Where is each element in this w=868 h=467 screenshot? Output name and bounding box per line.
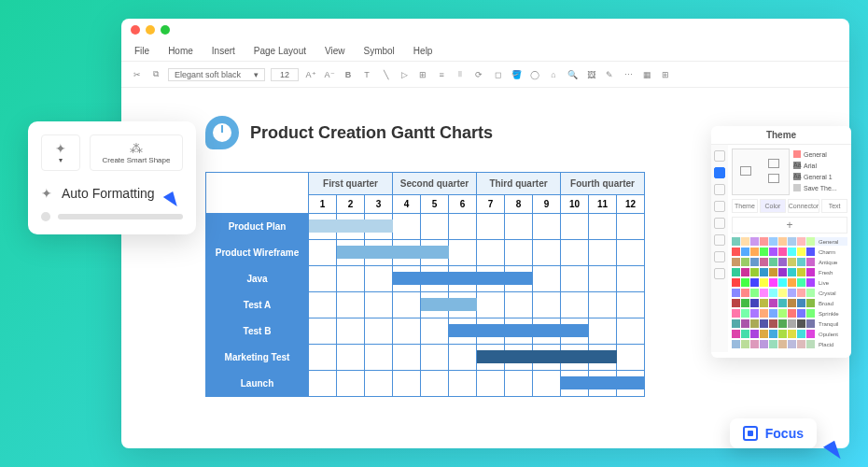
color-swatch[interactable] bbox=[760, 289, 768, 297]
color-swatch[interactable] bbox=[732, 319, 740, 328]
color-swatch[interactable] bbox=[769, 330, 777, 338]
color-swatch[interactable] bbox=[750, 330, 759, 338]
gantt-cell[interactable] bbox=[505, 371, 533, 397]
gantt-cell[interactable] bbox=[393, 266, 421, 292]
color-swatch[interactable] bbox=[741, 299, 749, 307]
copy-icon[interactable]: ⧉ bbox=[149, 68, 162, 81]
color-swatch[interactable] bbox=[732, 289, 740, 297]
gantt-cell[interactable] bbox=[505, 292, 533, 318]
color-swatch[interactable] bbox=[769, 268, 777, 276]
color-swatch[interactable] bbox=[732, 258, 740, 266]
tab-connector[interactable]: Connector bbox=[788, 199, 819, 213]
strip-icon[interactable] bbox=[714, 218, 725, 229]
color-swatch[interactable] bbox=[760, 248, 768, 256]
color-swatch[interactable] bbox=[778, 299, 787, 307]
font-family-select[interactable]: Elegant soft black▾ bbox=[168, 68, 265, 81]
color-swatch[interactable] bbox=[778, 319, 787, 328]
color-swatch[interactable] bbox=[750, 278, 759, 287]
color-swatch[interactable] bbox=[806, 309, 815, 318]
color-swatch[interactable] bbox=[760, 268, 768, 276]
pen-icon[interactable]: ✎ bbox=[603, 68, 616, 81]
color-swatch[interactable] bbox=[806, 289, 815, 297]
gantt-cell[interactable] bbox=[533, 240, 561, 266]
gantt-cell[interactable] bbox=[309, 240, 337, 266]
gantt-cell[interactable] bbox=[561, 240, 589, 266]
maximize-dot[interactable] bbox=[161, 25, 170, 35]
color-swatch[interactable] bbox=[732, 330, 740, 338]
gantt-cell[interactable] bbox=[617, 345, 645, 371]
color-swatch[interactable] bbox=[732, 268, 740, 276]
color-swatch[interactable] bbox=[741, 340, 749, 348]
gantt-cell[interactable] bbox=[533, 292, 561, 318]
gantt-cell[interactable] bbox=[589, 214, 617, 240]
color-swatch[interactable] bbox=[797, 309, 805, 318]
color-palette-row[interactable]: Charm bbox=[732, 248, 847, 256]
color-swatch[interactable] bbox=[750, 340, 759, 348]
gantt-cell[interactable] bbox=[365, 240, 393, 266]
gantt-cell[interactable] bbox=[337, 266, 365, 292]
gantt-cell[interactable] bbox=[309, 345, 337, 371]
color-swatch[interactable] bbox=[806, 299, 815, 307]
add-theme-button[interactable]: + bbox=[732, 217, 847, 234]
gantt-cell[interactable] bbox=[337, 292, 365, 318]
color-swatch[interactable] bbox=[778, 309, 787, 318]
color-palette-row[interactable]: Placid bbox=[732, 340, 847, 348]
close-dot[interactable] bbox=[131, 25, 140, 35]
grid-icon[interactable]: ⊞ bbox=[659, 68, 672, 81]
color-swatch[interactable] bbox=[750, 309, 759, 318]
gantt-cell[interactable] bbox=[533, 318, 561, 345]
color-swatch[interactable] bbox=[750, 268, 759, 276]
color-swatch[interactable] bbox=[788, 289, 796, 297]
gantt-cell[interactable] bbox=[393, 318, 421, 345]
gantt-cell[interactable] bbox=[365, 292, 393, 318]
gantt-cell[interactable] bbox=[617, 240, 645, 266]
color-swatch[interactable] bbox=[769, 289, 777, 297]
color-swatch[interactable] bbox=[750, 289, 759, 297]
gantt-cell[interactable] bbox=[477, 214, 505, 240]
gantt-cell[interactable] bbox=[309, 292, 337, 318]
font-size-select[interactable]: 12 bbox=[271, 68, 299, 81]
gantt-cell[interactable] bbox=[309, 266, 337, 292]
gantt-cell[interactable] bbox=[309, 371, 337, 397]
gantt-cell[interactable] bbox=[337, 345, 365, 371]
color-swatch[interactable] bbox=[806, 340, 815, 348]
color-swatch[interactable] bbox=[760, 309, 768, 318]
tab-text[interactable]: Text bbox=[821, 199, 847, 213]
color-swatch[interactable] bbox=[797, 237, 805, 246]
gantt-cell[interactable] bbox=[477, 240, 505, 266]
preset-item[interactable]: AaArial bbox=[793, 162, 844, 169]
gantt-cell[interactable] bbox=[589, 371, 617, 397]
gantt-cell[interactable] bbox=[477, 345, 505, 371]
color-swatch[interactable] bbox=[778, 248, 787, 256]
color-swatch[interactable] bbox=[788, 299, 796, 307]
color-swatch[interactable] bbox=[778, 340, 787, 348]
gantt-cell[interactable] bbox=[337, 371, 365, 397]
color-swatch[interactable] bbox=[778, 268, 787, 276]
color-swatch[interactable] bbox=[778, 278, 787, 287]
color-swatch[interactable] bbox=[797, 278, 805, 287]
color-swatch[interactable] bbox=[741, 309, 749, 318]
gantt-cell[interactable] bbox=[365, 266, 393, 292]
gantt-cell[interactable] bbox=[309, 214, 337, 240]
color-swatch[interactable] bbox=[778, 258, 787, 266]
gantt-cell[interactable] bbox=[449, 266, 477, 292]
gantt-cell[interactable] bbox=[393, 371, 421, 397]
gantt-cell[interactable] bbox=[393, 214, 421, 240]
gantt-cell[interactable] bbox=[561, 214, 589, 240]
color-swatch[interactable] bbox=[760, 319, 768, 328]
color-palette-row[interactable]: Opulent bbox=[732, 330, 847, 338]
color-palette-row[interactable]: General bbox=[732, 237, 847, 246]
gantt-cell[interactable] bbox=[449, 214, 477, 240]
gantt-cell[interactable] bbox=[421, 371, 449, 397]
gantt-cell[interactable] bbox=[421, 266, 449, 292]
color-swatch[interactable] bbox=[750, 299, 759, 307]
color-palette-row[interactable]: Tranquil bbox=[732, 319, 847, 328]
color-swatch[interactable] bbox=[806, 237, 815, 246]
menu-view[interactable]: View bbox=[325, 46, 345, 56]
search-icon[interactable]: 🔍 bbox=[566, 68, 579, 81]
color-palette-row[interactable]: Antique bbox=[732, 258, 847, 266]
more-icon[interactable]: ⋯ bbox=[622, 68, 635, 81]
menu-insert[interactable]: Insert bbox=[212, 46, 235, 56]
gantt-cell[interactable] bbox=[309, 318, 337, 345]
align-icon[interactable]: ≡ bbox=[435, 68, 448, 81]
